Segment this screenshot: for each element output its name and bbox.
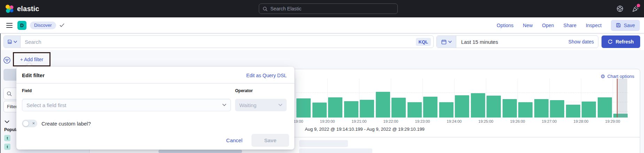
custom-label-toggle[interactable]: × — [22, 120, 37, 127]
chart-options-label: Chart options — [607, 74, 634, 79]
custom-label-toggle-label: Create custom label? — [41, 121, 91, 127]
histogram-bar[interactable] — [360, 100, 374, 118]
x-axis-tick-label: 19:24:00 — [447, 119, 462, 123]
brand-name: elastic — [17, 5, 39, 13]
histogram-bar[interactable] — [408, 102, 422, 118]
loading-skeleton — [299, 140, 348, 147]
histogram-bar[interactable] — [439, 102, 453, 118]
histogram-bar[interactable] — [391, 98, 406, 118]
chevron-down-icon — [222, 104, 226, 106]
x-axis-tick-label: 19:26:00 — [510, 119, 525, 123]
operator-label: Operator — [235, 88, 253, 93]
edit-as-query-dsl-link[interactable]: Edit as Query DSL — [246, 73, 287, 78]
popover-divider — [16, 83, 294, 83]
x-axis-tick-label: 19:25:00 — [479, 119, 494, 123]
histogram-bar[interactable] — [455, 95, 469, 118]
menu-icon[interactable] — [6, 22, 13, 29]
horizontal-gridline — [296, 92, 628, 93]
space-badge[interactable]: D — [17, 21, 26, 30]
histogram-bar[interactable] — [518, 102, 533, 118]
histogram-bar[interactable] — [503, 99, 517, 118]
cancel-button[interactable]: Cancel — [226, 137, 242, 143]
window-edge — [0, 33, 1, 153]
save-button[interactable]: Save — [611, 20, 640, 31]
x-axis-tick-label: 19:29:00 — [605, 119, 620, 123]
search-icon — [263, 6, 267, 11]
field-type-token[interactable]: t — [4, 144, 10, 150]
breadcrumb[interactable]: Discover — [30, 22, 56, 29]
x-axis-tick-label: 19:28:00 — [574, 119, 589, 123]
global-header: elastic — [0, 0, 644, 17]
x-axis-labels: 19:19:0019:20:0019:21:0019:22:0019:23:00… — [296, 119, 628, 124]
histogram-bar[interactable] — [376, 92, 390, 118]
kql-button[interactable]: KQL — [416, 38, 431, 46]
histogram-bar[interactable] — [296, 98, 311, 118]
histogram-bar[interactable] — [471, 93, 485, 118]
field-select[interactable]: Select a field first — [22, 99, 231, 111]
newsfeed-icon[interactable] — [631, 5, 639, 13]
current-time-marker — [617, 79, 618, 118]
help-icon[interactable] — [616, 5, 624, 13]
toolbar-link-options[interactable]: Options — [497, 23, 513, 28]
edit-filter-popover: Edit filter Edit as Query DSL Field Oper… — [16, 67, 294, 150]
toolbar-links: OptionsNewOpenShareInspect — [497, 23, 602, 28]
popover-save-button[interactable]: Save — [251, 134, 289, 147]
histogram-bar[interactable] — [344, 101, 358, 118]
chevron-down-icon — [14, 41, 17, 43]
global-search-input[interactable] — [270, 6, 394, 11]
app-toolbar: D Discover OptionsNewOpenShareInspect Sa… — [0, 17, 644, 33]
date-picker: Last 15 minutes Show dates — [436, 35, 598, 48]
elastic-brand[interactable]: elastic — [5, 4, 39, 13]
partial-bucket-shading — [617, 79, 627, 118]
toolbar-link-share[interactable]: Share — [564, 23, 576, 28]
time-range-value[interactable]: Last 15 minutes — [456, 39, 498, 45]
loading-skeleton — [158, 150, 242, 153]
histogram-bar[interactable] — [582, 102, 596, 118]
chevron-down-icon — [448, 41, 452, 43]
gear-icon: ⚙ — [600, 74, 605, 79]
loading-skeleton — [299, 148, 372, 153]
global-search[interactable] — [259, 3, 398, 14]
annotation-highlight-box: + Add filter — [13, 52, 51, 66]
toolbar-link-inspect[interactable]: Inspect — [586, 23, 602, 28]
saved-query-menu-button[interactable] — [4, 36, 21, 48]
toggle-off-x-icon: × — [32, 121, 35, 126]
chevron-down-icon[interactable] — [5, 119, 9, 125]
query-input-group: KQL — [3, 35, 434, 48]
x-axis-tick-label: 19:21:00 — [352, 119, 367, 123]
add-filter-button[interactable]: + Add filter — [20, 57, 44, 62]
calendar-icon — [441, 39, 447, 45]
refresh-button[interactable]: Refresh — [602, 35, 640, 48]
histogram-bar[interactable] — [534, 99, 549, 118]
histogram-bar[interactable] — [328, 97, 342, 118]
save-button-label: Save — [624, 23, 635, 28]
histogram-bar[interactable] — [423, 97, 437, 118]
histogram-bar[interactable] — [312, 103, 327, 118]
histogram-bar[interactable] — [550, 100, 564, 118]
popover-title: Edit filter — [22, 72, 45, 78]
saved-query-icon — [7, 39, 12, 44]
toolbar-link-new[interactable]: New — [523, 23, 533, 28]
x-axis-tick-label: 19:22:00 — [383, 119, 398, 123]
chart-options-button[interactable]: ⚙ Chart options — [600, 74, 634, 79]
field-select-placeholder: Select a field first — [26, 102, 66, 108]
operator-select[interactable]: Waiting — [235, 99, 287, 111]
filter-menu-icon[interactable] — [3, 56, 11, 64]
notification-dot — [637, 4, 640, 7]
refresh-button-label: Refresh — [615, 39, 634, 45]
save-icon — [616, 23, 621, 28]
date-quick-menu-button[interactable] — [437, 36, 456, 48]
query-input[interactable] — [21, 39, 416, 45]
histogram-bar[interactable] — [566, 105, 580, 118]
histogram-plot[interactable] — [296, 79, 628, 118]
toolbar-link-open[interactable]: Open — [542, 23, 554, 28]
histogram-bar[interactable] — [598, 97, 612, 118]
toggle-knob — [23, 120, 29, 127]
elastic-logo-icon — [5, 4, 14, 13]
query-bar: KQL Last 15 minutes Show dates Refresh — [0, 33, 644, 50]
histogram-bar[interactable] — [487, 96, 501, 118]
x-axis-tick-label: 19:27:00 — [542, 119, 557, 123]
field-type-token[interactable]: t — [4, 135, 10, 141]
operator-select-placeholder: Waiting — [239, 102, 256, 108]
show-dates-button[interactable]: Show dates — [568, 39, 598, 45]
